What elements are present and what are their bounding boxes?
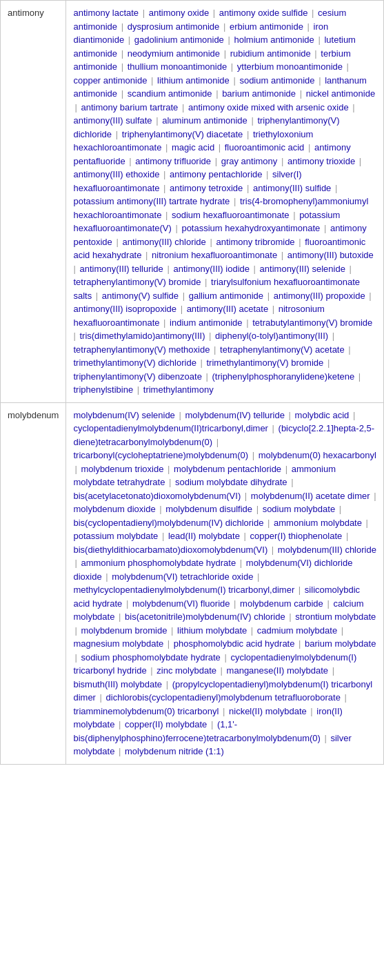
list-item[interactable]: holmium antimonide [234,35,314,45]
list-item[interactable]: antimony(III) selenide [260,264,345,274]
list-item[interactable]: molybdenum(0) hexacarbonyl [259,450,376,460]
list-item[interactable]: gray antimony [221,156,278,166]
list-item[interactable]: sodium antimonide [239,75,314,86]
list-item[interactable]: cadmium molybdate [257,625,337,636]
list-item[interactable]: tris(dimethylamido)antimony(III) [79,331,205,341]
list-item[interactable]: rubidium antimonide [230,48,311,59]
list-item[interactable]: molybdic acid [295,410,350,420]
list-item[interactable]: molybdenum pentachloride [174,464,281,474]
list-item[interactable]: tetraphenylantimony(V) methoxide [73,344,210,355]
list-item[interactable]: cyclopentadienylmolybdenum(II)tricarbony… [73,423,268,433]
list-item[interactable]: molybdenum(IV) selenide [73,410,174,420]
list-item[interactable]: zinc molybdate [156,665,216,676]
list-item[interactable]: methylcyclopentadienylmolybdenum(I) tric… [73,585,294,595]
list-item[interactable]: molybdenum nitride (1:1) [125,746,224,756]
list-item[interactable]: antimony(III) propoxide [274,291,365,301]
list-item[interactable]: antimony(V) sulfide [102,291,179,301]
list-item[interactable]: antimony oxide [149,8,209,18]
list-item[interactable]: barium antimonide [222,88,296,99]
list-item[interactable]: lithium molybdate [177,625,247,636]
list-item[interactable]: nickel(II) molybdate [229,706,307,716]
list-item[interactable]: phosphomolybdic acid hydrate [174,638,295,649]
list-item[interactable]: antimony tetroxide [170,183,243,193]
list-item[interactable]: tetrabutylantimony(V) bromide [252,317,372,328]
list-item[interactable]: antimony(III) isopropoxide [73,304,176,314]
list-item[interactable]: lead(II) molybdate [168,531,240,541]
list-item[interactable]: molybdenum(III) chloride [278,545,376,555]
list-item[interactable]: molybdenum(VI) fluoride [132,598,230,609]
list-item[interactable]: potassium molybdate [73,531,158,541]
list-item[interactable]: manganese(II) molybdate [227,665,328,676]
list-item[interactable]: molybdenum bromide [81,625,167,636]
list-item[interactable]: barium molybdate [305,638,376,649]
list-item[interactable]: lithium antimonide [157,75,230,86]
list-item[interactable]: tricarbonyl(cycloheptatriene)molybdenum(… [73,450,248,460]
list-item[interactable]: triphenylstibine [73,384,133,395]
list-item[interactable]: antimony trifluoride [135,156,211,166]
list-item[interactable]: erbium antimonide [230,21,303,32]
list-item[interactable]: tetraphenylantimony(V) acetate [220,344,345,355]
list-item[interactable]: molybdenum dioxide [73,504,155,514]
list-item[interactable]: potassium antimony(III) tartrate hydrate [73,196,230,206]
list-item[interactable]: antimony trioxide [287,156,355,166]
list-item[interactable]: triphenylantimony(V) dibenzoate [73,371,201,382]
list-item[interactable]: aluminum antimonide [162,115,247,126]
list-item[interactable]: (triphenylphosphoranylidene)ketene [212,371,354,382]
list-item[interactable]: antimony oxide mixed with arsenic oxide [188,102,349,112]
list-item[interactable]: ammonium molybdate [274,518,362,528]
list-item[interactable]: diphenyl(o-tolyl)antimony(III) [215,331,328,341]
list-item[interactable]: copper(I) thiophenolate [250,531,343,541]
list-item[interactable]: antimony(III) sulfate [73,115,152,126]
list-item[interactable]: copper(II) molybdate [125,719,207,729]
list-item[interactable]: nickel antimonide [306,88,375,99]
list-item[interactable]: antimony(III) chloride [122,237,205,247]
list-item[interactable]: antimony(III) telluride [79,264,163,274]
list-item[interactable]: ytterbium monoantimonide [237,61,343,72]
list-item[interactable]: antimony(III) butoxide [287,250,374,260]
list-item[interactable]: dysprosium antimonide [128,21,220,32]
list-item[interactable]: indium antimonide [170,317,243,328]
list-item[interactable]: antimony(III) iodide [173,264,250,274]
list-item[interactable]: triamminemolybdenum(0) tricarbonyl [73,706,219,716]
list-item[interactable]: molybdenum disulfide [165,504,252,514]
list-item[interactable]: molybdenum(II) acetate dimer [251,491,370,501]
list-item[interactable]: antimony(III) acetate [187,304,269,314]
list-item[interactable]: antimony(III) ethoxide [73,169,159,179]
list-item[interactable]: magic acid [172,142,214,153]
list-item[interactable]: triphenylantimony(V) diacetate [122,129,243,139]
list-item[interactable]: bis(acetylacetonato)dioxomolybdenum(VI) [73,491,241,501]
list-item[interactable]: sodium hexafluoroantimonate [172,210,290,220]
list-item[interactable]: potassium hexahydroxyantimonate [181,223,320,233]
list-item[interactable]: sodium molybdate [263,504,336,514]
list-item[interactable]: strontium molybdate [295,611,376,622]
list-item[interactable]: bismuth(III) molybdate [73,679,162,689]
list-item[interactable]: antimony(III) sulfide [253,183,331,193]
list-item[interactable]: sodium phosphomolybdate hydrate [81,652,220,663]
list-item[interactable]: antimony pentachloride [170,169,262,179]
list-item[interactable]: fluoroantimonic acid [225,142,305,153]
list-item[interactable]: dichlorobis(cyclopentadienyl)molybdenum … [106,692,341,703]
list-item[interactable]: tetraphenylantimony(V) bromide [73,277,201,287]
list-item[interactable]: antimony oxide sulfide [219,8,308,18]
list-item[interactable]: gallium antimonide [189,291,263,301]
list-item[interactable]: antimony barium tartrate [81,102,178,112]
list-item[interactable]: neodymium antimonide [128,48,220,59]
list-item[interactable]: bis(diethyldithiocarbamato)dioxomolybden… [73,545,267,555]
list-item[interactable]: trimethylantimony [143,384,214,395]
list-item[interactable]: trimethylantimony(V) bromide [207,357,324,368]
list-item[interactable]: molybdenum(VI) tetrachloride oxide [112,571,253,582]
list-item[interactable]: scandium antimonide [128,88,212,99]
list-item[interactable]: ammonium phosphomolybdate hydrate [81,558,236,568]
list-item[interactable]: bis(acetonitrile)molybdenum(IV) chloride [125,611,285,622]
list-item[interactable]: antimony tribromide [216,237,294,247]
list-item[interactable]: nitronium hexafluoroantimonate [152,250,277,260]
list-item[interactable]: sodium molybdate dihydrate [175,477,287,487]
list-item[interactable]: bis(cyclopentadienyl)molybdenum(IV) dich… [73,518,263,528]
list-item[interactable]: molybdenum trioxide [81,464,163,474]
list-item[interactable]: molybdenum carbide [240,598,323,609]
list-item[interactable]: molybdenum(IV) telluride [185,410,285,420]
list-item[interactable]: magnesium molybdate [73,638,163,649]
list-item[interactable]: copper antimonide [73,75,147,86]
list-item[interactable]: gadolinium antimonide [134,35,224,45]
list-item[interactable]: antimony lactate [73,8,139,18]
